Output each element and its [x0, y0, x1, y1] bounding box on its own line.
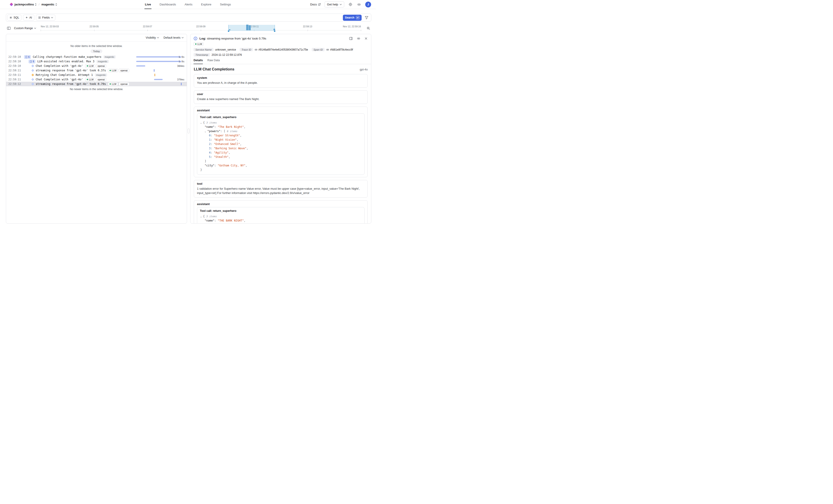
- expand-caret-icon[interactable]: ⌄: [205, 223, 207, 223]
- zoom-in-button[interactable]: [365, 25, 371, 31]
- span-diamond-icon: [31, 69, 34, 72]
- fields-button[interactable]: Fields: [36, 15, 55, 21]
- share-link-button[interactable]: [357, 2, 361, 6]
- field-value-trace-id[interactable]: #9146a6974e4e6140538043607a71c75e: [255, 48, 308, 51]
- org-name: jackmpcollins: [15, 3, 34, 6]
- log-row[interactable]: 22:59:11streaming response from 'gpt-4o'…: [6, 68, 187, 73]
- tag-openai: openai: [119, 82, 129, 86]
- timeline-tick-label: 22:59:07: [143, 25, 152, 28]
- log-timestamp: 22:59:12: [8, 82, 23, 86]
- tag-label: openai: [98, 65, 105, 68]
- json-token: ,: [244, 125, 245, 128]
- json-token: }: [200, 168, 202, 171]
- expand-caret-icon[interactable]: ⌄: [205, 129, 207, 134]
- json-token: :: [211, 138, 214, 141]
- timeline-tick-label: Nov 12, 22:59:03: [41, 25, 59, 28]
- timeline-row: Custom Range Nov 12, 22:59:0322:59:0522:…: [6, 24, 371, 32]
- collapse-count-badge[interactable]: 5: [29, 60, 35, 63]
- filter-button[interactable]: [363, 15, 370, 21]
- tab-alerts[interactable]: Alerts: [185, 0, 192, 9]
- log-marker: [32, 74, 34, 76]
- copy-link-button[interactable]: [356, 37, 361, 41]
- visibility-dropdown[interactable]: Visibility: [146, 36, 159, 39]
- timeline-track[interactable]: Nov 12, 22:59:0322:59:0522:59:0722:59:09…: [41, 24, 361, 32]
- field-value-span-id[interactable]: #fd81e8f78c4ecc9f: [326, 48, 353, 51]
- tag-openai: openai: [96, 64, 106, 68]
- tab-explore[interactable]: Explore: [201, 0, 211, 9]
- timeline-tick-label: 22:59:13: [303, 25, 312, 28]
- custom-range-dropdown[interactable]: Custom Range: [14, 27, 36, 30]
- span-diamond-icon: [31, 82, 34, 85]
- json-token: :: [211, 147, 214, 150]
- user-avatar[interactable]: J: [365, 2, 371, 7]
- histogram-bar: [249, 25, 251, 30]
- green-dot-icon: [87, 79, 88, 80]
- json-line: 0: "Super Strength",: [200, 134, 362, 138]
- default-levels-dropdown[interactable]: Default levels: [164, 36, 184, 39]
- no-older-items-notice: No older items in the selected time wind…: [6, 45, 187, 48]
- tag-label: LLM: [89, 78, 94, 81]
- ai-button[interactable]: AI: [23, 15, 34, 21]
- log-message: Retrying Chat Completion. Attempt 1: [36, 73, 93, 76]
- llm-level-tag: LLM: [194, 42, 204, 46]
- link-icon: [326, 49, 329, 51]
- tool-call-card: Tool call: return_superhero⌄{ 3 items"na…: [197, 113, 364, 175]
- detail-tag-row: LLM: [190, 42, 371, 48]
- detail-title: Log:streaming response from 'gpt-4o' too…: [199, 37, 266, 40]
- tab-dashboards[interactable]: Dashboards: [160, 0, 176, 9]
- tag-llm: LLM: [85, 78, 95, 81]
- json-token: "The Bark Night": [218, 125, 244, 128]
- panel-layout-button[interactable]: [349, 37, 353, 41]
- query-input[interactable]: [57, 14, 341, 21]
- json-line: ⌄"powers": [ 6 items: [200, 223, 362, 223]
- detail-title-text: streaming response from 'gpt-4o' took 0.…: [207, 37, 266, 40]
- docs-link[interactable]: Docs: [310, 3, 321, 6]
- field-service-name: Service Nameunknown_service: [194, 48, 236, 51]
- collapse-panel-button[interactable]: [6, 25, 12, 31]
- nav-tabs: LiveDashboardsAlertsExploreSettings: [145, 0, 231, 9]
- detail-tab-raw-data[interactable]: Raw Data: [207, 59, 220, 64]
- project-switcher[interactable]: magentic: [42, 3, 57, 6]
- span-instant-tick: [154, 69, 154, 72]
- collapse-count-badge[interactable]: 6: [24, 55, 31, 59]
- log-row[interactable]: 22:59:105LLM-assisted retries enabled. M…: [6, 59, 187, 64]
- search-label: Search: [345, 16, 354, 19]
- detail-title-prefix: Log:: [199, 37, 206, 40]
- today-badge: Today: [91, 49, 102, 53]
- json-line: ⌄{ 3 items: [200, 214, 362, 219]
- message-text: You are professor A, in charge of the A-…: [197, 81, 364, 85]
- histogram-bar: [246, 25, 248, 30]
- log-row[interactable]: 22:59:11Retrying Chat Completion. Attemp…: [6, 73, 187, 77]
- expand-caret-icon[interactable]: ⌄: [200, 121, 203, 125]
- log-row[interactable]: 22:59:11Chat Completion with 'gpt-4o'LLM…: [6, 77, 187, 82]
- panel-layout-icon: [349, 37, 353, 40]
- json-token: :: [214, 164, 217, 167]
- close-detail-button[interactable]: [364, 37, 368, 41]
- log-row[interactable]: 22:59:12streaming response from 'gpt-4o'…: [6, 82, 187, 86]
- json-token: ,: [240, 134, 241, 137]
- search-button[interactable]: Search ↵: [343, 15, 362, 21]
- detail-tab-details[interactable]: Details: [194, 59, 203, 64]
- tab-live[interactable]: Live: [145, 0, 151, 9]
- detail-tabs: DetailsRaw Data: [190, 57, 371, 64]
- timeline-selection[interactable]: [228, 25, 275, 31]
- tab-settings[interactable]: Settings: [220, 0, 231, 9]
- span-bar-track: [136, 59, 181, 64]
- json-token: "THE BARK NIGHT": [218, 219, 244, 222]
- json-token: ,: [240, 143, 241, 146]
- get-help-button[interactable]: Get help: [325, 1, 344, 7]
- json-token: {: [203, 121, 206, 124]
- org-switcher[interactable]: jackmpcollins: [15, 3, 37, 6]
- selection-handle-left[interactable]: [228, 30, 229, 32]
- theme-toggle-button[interactable]: [348, 2, 353, 7]
- log-row[interactable]: 22:59:106Calling chatprompt-function mak…: [6, 55, 187, 59]
- selection-handle-right[interactable]: [274, 30, 275, 32]
- nav-right: Docs Get help J: [310, 1, 371, 7]
- panel-resize-handle[interactable]: [188, 128, 190, 134]
- sql-toggle-button[interactable]: SQL: [7, 15, 21, 21]
- log-row[interactable]: 22:59:10Chat Completion with 'gpt-4o'LLM…: [6, 64, 187, 68]
- expand-caret-icon[interactable]: ⌄: [200, 214, 203, 219]
- detail-body: LLM Chat Completions gpt-4o systemYou ar…: [190, 64, 371, 223]
- log-tags: magentic: [96, 60, 109, 63]
- project-name: magentic: [42, 3, 54, 6]
